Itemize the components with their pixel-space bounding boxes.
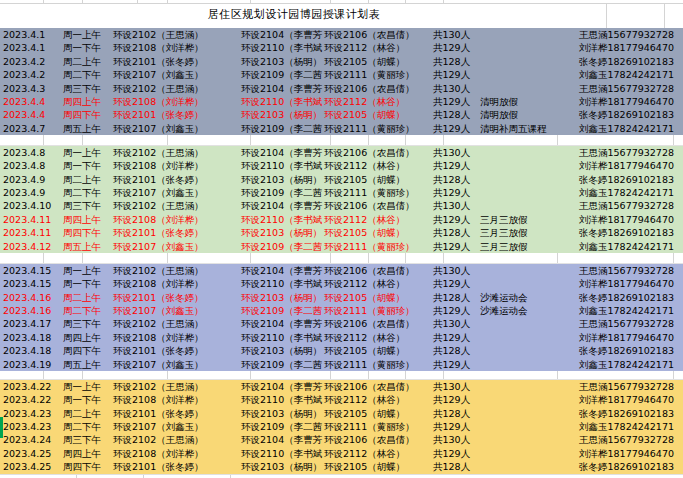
- day-period-cell[interactable]: 周五上午: [60, 122, 112, 135]
- class-group-1-cell[interactable]: 环设2102（王思涵）: [112, 82, 240, 95]
- note-cell[interactable]: [479, 28, 578, 41]
- class-group-2-cell[interactable]: 环设2109（李二茜）: [240, 122, 323, 135]
- student-count-cell[interactable]: 共129人: [432, 240, 479, 253]
- date-cell[interactable]: 2023.4.3: [0, 82, 60, 95]
- class-group-1-cell[interactable]: 环设2108（刘洋桦）: [112, 41, 240, 54]
- contact-phone-cell[interactable]: 刘鑫玉17824242171: [578, 420, 683, 433]
- student-count-cell[interactable]: 共130人: [432, 317, 479, 330]
- note-cell[interactable]: [479, 55, 578, 68]
- class-group-3-cell[interactable]: 环设2111（黄丽珍）: [323, 420, 432, 433]
- date-cell[interactable]: 2023.4.18: [0, 344, 60, 357]
- contact-phone-cell[interactable]: 张冬婷18269102183: [578, 291, 683, 304]
- class-group-1-cell[interactable]: 环设2101（张冬婷）: [112, 291, 240, 304]
- class-group-3-cell[interactable]: 环设2112（林谷）: [323, 447, 432, 460]
- student-count-cell[interactable]: 共130人: [432, 380, 479, 393]
- class-group-1-cell[interactable]: 环设2101（张冬婷）: [112, 55, 240, 68]
- date-cell[interactable]: 2023.4.8: [0, 146, 60, 159]
- contact-phone-cell[interactable]: 王思涵15677932728: [578, 264, 683, 277]
- class-group-1-cell[interactable]: 环设2108（刘洋桦）: [112, 159, 240, 172]
- contact-phone-cell[interactable]: 刘鑫玉17824242171: [578, 68, 683, 81]
- day-period-cell[interactable]: 周二上午: [60, 291, 112, 304]
- day-period-cell[interactable]: 周二下午: [60, 304, 112, 317]
- contact-phone-cell[interactable]: 王思涵15677932728: [578, 380, 683, 393]
- note-cell[interactable]: [479, 199, 578, 212]
- class-group-2-cell[interactable]: 环设2109（李二茜）: [240, 420, 323, 433]
- student-count-cell[interactable]: 共128人: [432, 55, 479, 68]
- date-cell[interactable]: 2023.4.4: [0, 108, 60, 121]
- contact-phone-cell[interactable]: 王思涵15677932728: [578, 199, 683, 212]
- class-group-1-cell[interactable]: 环设2101（张冬婷）: [112, 407, 240, 420]
- day-period-cell[interactable]: 周二下午: [60, 186, 112, 199]
- student-count-cell[interactable]: 共128人: [432, 407, 479, 420]
- class-group-1-cell[interactable]: 环设2107（刘鑫玉）: [112, 304, 240, 317]
- class-group-2-cell[interactable]: 环设2110（李书斌）: [240, 95, 323, 108]
- class-group-3-cell[interactable]: 环设2105（胡蝶）: [323, 291, 432, 304]
- class-group-3-cell[interactable]: 环设2111（黄丽珍）: [323, 304, 432, 317]
- note-cell[interactable]: [479, 159, 578, 172]
- day-period-cell[interactable]: 周四下午: [60, 226, 112, 239]
- note-cell[interactable]: [479, 317, 578, 330]
- contact-phone-cell[interactable]: 刘洋桦18177946470: [578, 41, 683, 54]
- class-group-3-cell[interactable]: 环设2112（林谷）: [323, 41, 432, 54]
- student-count-cell[interactable]: 共128人: [432, 291, 479, 304]
- day-period-cell[interactable]: 周一下午: [60, 277, 112, 290]
- student-count-cell[interactable]: 共129人: [432, 331, 479, 344]
- note-cell[interactable]: [479, 264, 578, 277]
- class-group-2-cell[interactable]: 环设2110（李书斌）: [240, 159, 323, 172]
- note-cell[interactable]: [479, 344, 578, 357]
- day-period-cell[interactable]: 周三下午: [60, 433, 112, 446]
- class-group-2-cell[interactable]: 环设2103（杨明）: [240, 173, 323, 186]
- class-group-1-cell[interactable]: 环设2107（刘鑫玉）: [112, 186, 240, 199]
- class-group-1-cell[interactable]: 环设2101（张冬婷）: [112, 108, 240, 121]
- date-cell[interactable]: 2023.4.12: [0, 240, 60, 253]
- class-group-2-cell[interactable]: 环设2104（李曹芳）: [240, 264, 323, 277]
- class-group-3-cell[interactable]: 环设2105（胡蝶）: [323, 344, 432, 357]
- note-cell[interactable]: [479, 393, 578, 406]
- day-period-cell[interactable]: 周四下午: [60, 344, 112, 357]
- contact-phone-cell[interactable]: 王思涵15677932728: [578, 82, 683, 95]
- date-cell[interactable]: 2023.4.4: [0, 95, 60, 108]
- class-group-2-cell[interactable]: 环设2110（李书斌）: [240, 277, 323, 290]
- class-group-1-cell[interactable]: 环设2107（刘鑫玉）: [112, 358, 240, 371]
- note-cell[interactable]: 三月三放假: [479, 240, 578, 253]
- day-period-cell[interactable]: 周一上午: [60, 146, 112, 159]
- student-count-cell[interactable]: 共128人: [432, 460, 479, 473]
- class-group-3-cell[interactable]: 环设2111（黄丽珍）: [323, 186, 432, 199]
- class-group-1-cell[interactable]: 环设2102（王思涵）: [112, 317, 240, 330]
- note-cell[interactable]: [479, 380, 578, 393]
- day-period-cell[interactable]: 周三下午: [60, 82, 112, 95]
- student-count-cell[interactable]: 共129人: [432, 68, 479, 81]
- day-period-cell[interactable]: 周二上午: [60, 173, 112, 186]
- class-group-3-cell[interactable]: 环设2106（农昌倩）: [323, 199, 432, 212]
- class-group-2-cell[interactable]: 环设2109（李二茜）: [240, 304, 323, 317]
- contact-phone-cell[interactable]: 刘洋桦18177946470: [578, 393, 683, 406]
- contact-phone-cell[interactable]: 刘洋桦18177946470: [578, 95, 683, 108]
- class-group-1-cell[interactable]: 环设2102（王思涵）: [112, 380, 240, 393]
- class-group-3-cell[interactable]: 环设2105（胡蝶）: [323, 407, 432, 420]
- date-cell[interactable]: 2023.4.9: [0, 186, 60, 199]
- date-cell[interactable]: 2023.4.10: [0, 199, 60, 212]
- student-count-cell[interactable]: 共128人: [432, 344, 479, 357]
- student-count-cell[interactable]: 共129人: [432, 41, 479, 54]
- note-cell[interactable]: 清明放假: [479, 95, 578, 108]
- class-group-2-cell[interactable]: 环设2110（李书斌）: [240, 213, 323, 226]
- note-cell[interactable]: 沙滩运动会: [479, 304, 578, 317]
- class-group-2-cell[interactable]: 环设2104（李曹芳）: [240, 28, 323, 41]
- class-group-3-cell[interactable]: 环设2105（胡蝶）: [323, 55, 432, 68]
- note-cell[interactable]: [479, 460, 578, 473]
- class-group-3-cell[interactable]: 环设2111（黄丽珍）: [323, 240, 432, 253]
- date-cell[interactable]: 2023.4.24: [0, 433, 60, 446]
- contact-phone-cell[interactable]: 刘鑫玉17824242171: [578, 358, 683, 371]
- class-group-3-cell[interactable]: 环设2111（黄丽珍）: [323, 122, 432, 135]
- class-group-1-cell[interactable]: 环设2107（刘鑫玉）: [112, 240, 240, 253]
- day-period-cell[interactable]: 周三下午: [60, 317, 112, 330]
- note-cell[interactable]: [479, 41, 578, 54]
- day-period-cell[interactable]: 周二下午: [60, 420, 112, 433]
- date-cell[interactable]: 2023.4.11: [0, 226, 60, 239]
- class-group-1-cell[interactable]: 环设2108（刘洋桦）: [112, 213, 240, 226]
- day-period-cell[interactable]: 周一上午: [60, 380, 112, 393]
- note-cell[interactable]: [479, 173, 578, 186]
- contact-phone-cell[interactable]: 刘鑫玉17824242171: [578, 304, 683, 317]
- day-period-cell[interactable]: 周一上午: [60, 264, 112, 277]
- class-group-3-cell[interactable]: 环设2105（胡蝶）: [323, 460, 432, 473]
